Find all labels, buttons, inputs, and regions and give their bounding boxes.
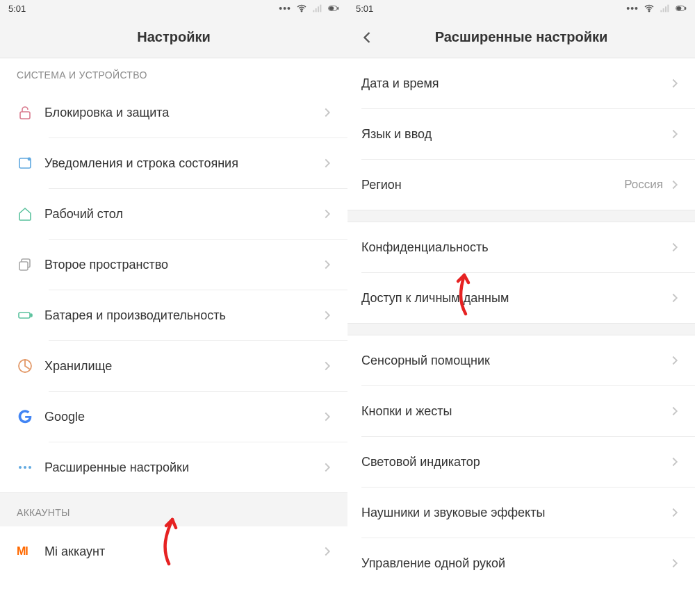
svg-rect-22 [665,6,667,12]
page-title: Настройки [137,29,211,45]
chevron-right-icon [667,353,682,368]
row-datetime[interactable]: Дата и время [348,58,695,108]
chevron-right-icon [667,76,682,91]
chevron-right-icon [320,257,335,272]
status-icons: ••• [626,3,687,14]
row-language[interactable]: Язык и ввод [348,109,695,159]
row-label: Батарея и производительность [44,307,320,324]
chevron-right-icon [320,409,335,424]
row-region[interactable]: Регион Россия [348,160,695,210]
row-mi-account[interactable]: MI Mi аккаунт [0,526,348,576]
row-privacy[interactable]: Конфиденциальность [348,222,695,272]
svg-rect-4 [320,5,321,13]
svg-rect-1 [313,10,314,13]
row-label: Сенсорный помощник [361,352,667,369]
row-label: Рабочий стол [44,206,320,222]
svg-rect-13 [19,313,30,318]
settings-list[interactable]: СИСТЕМА И УСТРОЙСТВО Блокировка и защита… [0,58,348,616]
row-headphones[interactable]: Наушники и звуковые эффекты [348,488,695,538]
row-advanced[interactable]: Расширенные настройки [0,442,348,492]
row-value: Россия [624,178,663,192]
row-buttons-gestures[interactable]: Кнопки и жесты [348,386,695,436]
svg-point-10 [28,158,31,161]
svg-point-17 [24,466,26,469]
signal-icon [312,3,323,14]
status-icons: ••• [279,3,339,14]
svg-rect-6 [338,7,338,9]
chevron-right-icon [667,403,682,419]
row-label: Mi аккаунт [44,543,320,560]
chevron-right-icon [320,206,335,222]
chevron-right-icon [320,156,335,171]
row-label: Блокировка и защита [44,104,320,121]
svg-rect-26 [677,7,681,10]
row-label: Наушники и звуковые эффекты [361,504,667,521]
chevron-right-icon [667,454,682,469]
screen-advanced: 5:01 ••• Расширенные настройки Дата и вр… [348,0,695,616]
row-label: Управление одной рукой [361,555,667,572]
svg-rect-8 [20,112,30,119]
svg-rect-25 [685,7,686,9]
battery-icon [17,307,44,324]
chevron-right-icon [667,240,682,255]
screen-settings: 5:01 ••• Настройки СИСТЕМА И УСТРОЙСТВО … [0,0,348,616]
more-icon: ••• [626,3,639,14]
chevron-right-icon [667,177,682,192]
svg-rect-21 [663,8,664,12]
chevron-right-icon [667,126,682,142]
chevron-right-icon [320,544,335,559]
svg-point-18 [28,466,31,469]
svg-rect-12 [19,262,28,270]
notification-icon [17,155,44,172]
svg-rect-20 [660,10,662,13]
row-touch-assistant[interactable]: Сенсорный помощник [348,335,695,385]
row-second-space[interactable]: Второе пространство [0,240,348,290]
row-label: Второе пространство [44,256,320,273]
row-storage[interactable]: Хранилище [0,341,348,391]
wifi-icon [644,3,655,14]
google-icon [17,408,44,425]
row-label: Дата и время [361,75,667,92]
svg-rect-23 [667,5,669,13]
section-gap: АККАУНТЫ [0,492,348,526]
chevron-right-icon [320,105,335,120]
status-bar: 5:01 ••• [348,0,695,17]
svg-rect-2 [316,8,317,12]
back-button[interactable] [357,28,377,47]
mi-icon: MI [17,545,44,558]
chevron-right-icon [667,556,682,571]
home-icon [17,206,44,222]
svg-rect-14 [31,314,32,317]
row-home[interactable]: Рабочий стол [0,189,348,239]
row-battery[interactable]: Батарея и производительность [0,290,348,340]
section-header-accounts: АККАУНТЫ [0,492,348,526]
section-gap [348,210,695,222]
status-bar: 5:01 ••• [0,0,348,17]
row-led[interactable]: Световой индикатор [348,437,695,487]
advanced-list[interactable]: Дата и время Язык и ввод Регион Россия К… [348,58,695,616]
row-label: Язык и ввод [361,126,667,142]
chevron-right-icon [667,290,682,306]
row-google[interactable]: Google [0,392,348,442]
storage-icon [17,358,44,374]
chevron-right-icon [320,358,335,374]
more-dots-icon [17,459,44,476]
svg-rect-3 [318,6,319,12]
signal-icon [660,3,671,14]
row-lock[interactable]: Блокировка и защита [0,88,348,138]
row-personal-data[interactable]: Доступ к личным данным [348,273,695,323]
wifi-icon [296,3,307,14]
battery-icon [328,3,339,14]
chevron-right-icon [320,460,335,475]
more-icon: ••• [279,3,291,14]
row-notifications[interactable]: Уведомления и строка состояния [0,138,348,188]
row-label: Расширенные настройки [44,459,320,476]
svg-rect-7 [329,7,334,10]
section-header-system: СИСТЕМА И УСТРОЙСТВО [0,58,348,88]
section-gap [348,323,695,335]
page-title: Расширенные настройки [435,29,608,45]
svg-point-19 [648,10,650,12]
row-one-hand[interactable]: Управление одной рукой [348,538,695,588]
chevron-right-icon [667,505,682,520]
row-label: Световой индикатор [361,453,667,470]
